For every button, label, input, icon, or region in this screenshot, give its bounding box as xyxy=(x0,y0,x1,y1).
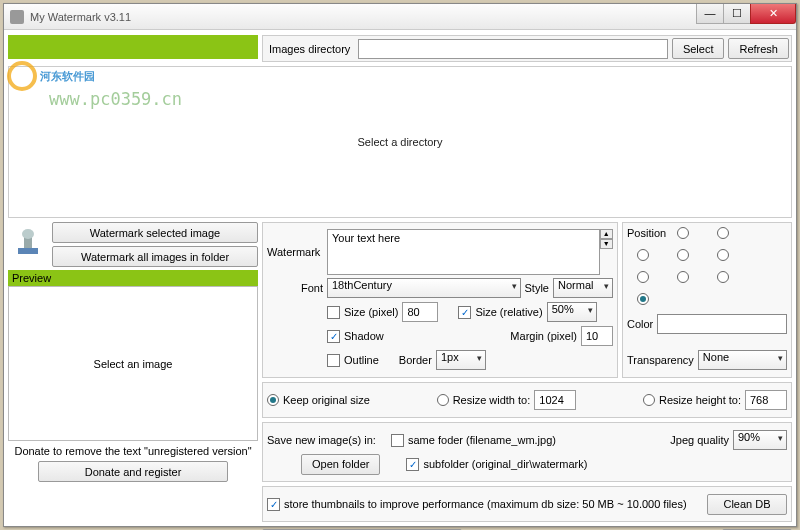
images-dir-label: Images directory xyxy=(269,43,350,55)
select-dir-button[interactable]: Select xyxy=(672,38,725,59)
refresh-button[interactable]: Refresh xyxy=(728,38,789,59)
position-radio-7[interactable] xyxy=(677,271,689,283)
open-folder-button[interactable]: Open folder xyxy=(301,454,380,475)
border-label: Border xyxy=(399,354,432,366)
preview-header: Preview xyxy=(8,270,258,286)
maximize-button[interactable]: ☐ xyxy=(723,4,751,24)
app-icon xyxy=(10,10,24,24)
jpeg-quality-select[interactable]: 90% xyxy=(733,430,787,450)
watermark-text-input[interactable] xyxy=(327,229,600,275)
clean-db-button[interactable]: Clean DB xyxy=(707,494,787,515)
site-watermark-icon: 河东软件园 xyxy=(7,61,95,91)
outline-checkbox[interactable] xyxy=(327,354,340,367)
style-label: Style xyxy=(525,282,549,294)
position-radio-6[interactable] xyxy=(637,271,649,283)
resize-height-label: Resize height to: xyxy=(659,394,741,406)
size-px-input[interactable] xyxy=(402,302,438,322)
store-thumbnails-label: store thumbnails to improve performance … xyxy=(284,498,687,510)
transparency-label: Transparency xyxy=(627,354,694,366)
site-watermark-url: www.pc0359.cn xyxy=(49,89,182,109)
outline-label: Outline xyxy=(344,354,379,366)
resize-width-label: Resize width to: xyxy=(453,394,531,406)
same-folder-checkbox[interactable] xyxy=(391,434,404,447)
size-px-checkbox[interactable] xyxy=(327,306,340,319)
app-window: My Watermark v3.11 — ☐ ✕ Images director… xyxy=(3,3,797,527)
watermark-text-label: Watermark xyxy=(267,246,323,258)
resize-width-input[interactable] xyxy=(534,390,576,410)
svg-point-2 xyxy=(22,229,34,239)
keep-size-label: Keep original size xyxy=(283,394,370,406)
position-radio-4[interactable] xyxy=(677,249,689,261)
titlebar[interactable]: My Watermark v3.11 — ☐ ✕ xyxy=(4,4,796,30)
font-label: Font xyxy=(267,282,323,294)
brand-bar xyxy=(8,35,258,59)
shadow-label: Shadow xyxy=(344,330,384,342)
images-dir-input[interactable] xyxy=(358,39,668,59)
resize-height-radio[interactable] xyxy=(643,394,655,406)
keep-size-radio[interactable] xyxy=(267,394,279,406)
save-in-label: Save new image(s) in: xyxy=(267,434,387,446)
margin-input[interactable] xyxy=(581,326,613,346)
position-radio-9[interactable] xyxy=(637,293,649,305)
margin-label: Margin (pixel) xyxy=(510,330,577,342)
jpeg-quality-label: Jpeg quality xyxy=(670,434,729,446)
size-px-label: Size (pixel) xyxy=(344,306,398,318)
style-select[interactable]: Normal xyxy=(553,278,613,298)
size-rel-checkbox[interactable]: ✓ xyxy=(458,306,471,319)
subfolder-label: subfolder (original_dir\watermark) xyxy=(423,458,587,470)
window-title: My Watermark v3.11 xyxy=(30,11,697,23)
same-folder-label: same foder (filename_wm.jpg) xyxy=(408,434,556,446)
watermark-all-button[interactable]: Watermark all images in folder xyxy=(52,246,258,267)
position-radio-5[interactable] xyxy=(717,249,729,261)
color-picker[interactable] xyxy=(657,314,787,334)
subfolder-checkbox[interactable]: ✓ xyxy=(406,458,419,471)
resize-width-radio[interactable] xyxy=(437,394,449,406)
position-radio-3[interactable] xyxy=(637,249,649,261)
font-select[interactable]: 18thCentury xyxy=(327,278,521,298)
position-radio-8[interactable] xyxy=(717,271,729,283)
watermark-selected-button[interactable]: Watermark selected image xyxy=(52,222,258,243)
preview-placeholder: Select an image xyxy=(94,358,173,370)
color-label: Color xyxy=(627,318,653,330)
watermark-text-scroll[interactable]: ▲▼ xyxy=(600,229,613,275)
size-rel-label: Size (relative) xyxy=(475,306,542,318)
preview-pane: Select an image xyxy=(8,286,258,441)
store-thumbnails-checkbox[interactable]: ✓ xyxy=(267,498,280,511)
shadow-checkbox[interactable]: ✓ xyxy=(327,330,340,343)
position-radio-1[interactable] xyxy=(677,227,689,239)
close-button[interactable]: ✕ xyxy=(750,4,796,24)
directory-placeholder: Select a directory xyxy=(358,136,443,148)
position-radio-2[interactable] xyxy=(717,227,729,239)
donate-text: Donate to remove the text "unregistered … xyxy=(8,445,258,457)
border-select[interactable]: 1px xyxy=(436,350,486,370)
transparency-select[interactable]: None xyxy=(698,350,787,370)
stamp-icon xyxy=(10,224,46,260)
svg-rect-0 xyxy=(18,248,38,254)
donate-button[interactable]: Donate and register xyxy=(38,461,228,482)
directory-pane: 河东软件园 www.pc0359.cn Select a directory xyxy=(8,66,792,218)
minimize-button[interactable]: — xyxy=(696,4,724,24)
resize-height-input[interactable] xyxy=(745,390,787,410)
size-rel-select[interactable]: 50% xyxy=(547,302,597,322)
